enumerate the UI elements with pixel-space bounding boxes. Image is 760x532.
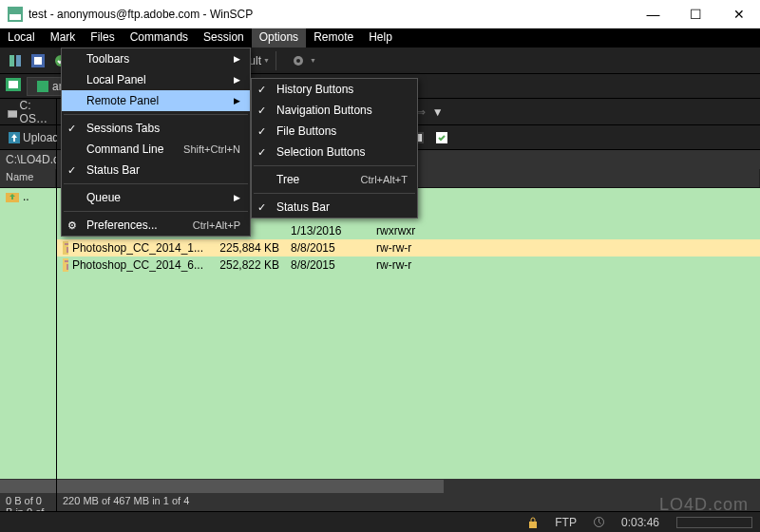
clock-icon	[594, 517, 604, 527]
svg-rect-14	[9, 111, 17, 117]
local-listing[interactable]: ..	[0, 188, 56, 479]
menu-item[interactable]: ✓Navigation Buttons	[252, 100, 417, 121]
col-rights[interactable]: Rights	[370, 169, 760, 187]
compare-icon[interactable]	[28, 51, 48, 70]
settings-icon[interactable]	[289, 51, 308, 70]
close-button[interactable]: ✕	[717, 0, 760, 28]
svg-rect-3	[16, 55, 21, 66]
progress-bar	[676, 517, 752, 528]
remote-panel-submenu: ✓History Buttons✓Navigation Buttons✓File…	[251, 78, 418, 218]
menu-remote[interactable]: Remote	[306, 28, 361, 48]
remote-footer: 220 MB of 467 MB in 1 of 4	[57, 494, 760, 511]
menu-item[interactable]: TreeCtrl+Alt+T	[252, 169, 417, 190]
upload-button[interactable]: Upload	[4, 128, 64, 147]
svg-point-9	[296, 59, 300, 63]
local-footer: 0 B of 0 B in 0 of 0	[0, 494, 56, 511]
select-icon[interactable]	[431, 128, 452, 147]
local-file-bar: Upload	[0, 125, 56, 150]
menu-commands[interactable]: Commands	[123, 28, 196, 48]
window-title: test - anonymous@ftp.adobe.com - WinSCP	[28, 8, 632, 21]
maximize-button[interactable]: ☐	[674, 0, 717, 28]
menu-item[interactable]: ✓Sessions Tabs	[62, 118, 250, 139]
list-item[interactable]: ..	[0, 188, 56, 205]
menu-local[interactable]: Local	[0, 28, 43, 48]
svg-rect-11	[9, 81, 18, 88]
local-path[interactable]: C:\LO4D.co…	[0, 150, 56, 169]
menu-files[interactable]: Files	[83, 28, 122, 48]
list-item[interactable]: Photoshop_CC_2014_1... 225,884 KB 8/8/20…	[57, 239, 760, 256]
menu-help[interactable]: Help	[361, 28, 400, 48]
title-bar: test - anonymous@ftp.adobe.com - WinSCP …	[0, 0, 760, 28]
chevron-down-icon[interactable]: ▼	[310, 57, 316, 64]
options-menu: Toolbars▶Local Panel▶Remote Panel▶✓Sessi…	[61, 48, 251, 237]
menu-item[interactable]: Command LineShift+Ctrl+N	[62, 139, 250, 160]
minimize-button[interactable]: —	[632, 0, 674, 28]
col-name[interactable]: Name	[0, 169, 56, 187]
local-drive-button[interactable]: C: OS…	[4, 103, 52, 122]
menu-item[interactable]: Local Panel▶	[62, 69, 250, 90]
local-nav-bar: C: OS…	[0, 99, 56, 125]
svg-rect-2	[10, 55, 14, 66]
svg-rect-50	[65, 260, 68, 262]
app-icon	[8, 7, 23, 22]
new-session-icon[interactable]	[6, 78, 21, 94]
menu-item[interactable]: ✓History Buttons	[252, 79, 417, 100]
svg-rect-47	[65, 243, 68, 245]
svg-rect-51	[66, 264, 68, 270]
sync-icon[interactable]	[6, 51, 25, 70]
menu-item[interactable]: ✓File Buttons	[252, 121, 417, 142]
menu-item[interactable]: ✓Selection Buttons	[252, 142, 417, 162]
chevron-down-icon[interactable]: ▼	[263, 57, 270, 64]
svg-rect-48	[66, 247, 68, 253]
lock-icon	[528, 517, 538, 528]
status-bar: FTP 0:03:46	[0, 511, 760, 532]
svg-rect-5	[34, 57, 42, 65]
local-headers: Name	[0, 169, 56, 188]
menu-item[interactable]: Toolbars▶	[62, 48, 250, 69]
menu-session[interactable]: Session	[196, 28, 252, 48]
menu-item[interactable]: ✓Status Bar	[252, 197, 417, 218]
svg-rect-1	[10, 14, 21, 20]
menu-bar: Local Mark Files Commands Session Option…	[0, 28, 760, 48]
list-item[interactable]: Photoshop_CC_2014_6... 252,822 KB 8/8/20…	[57, 256, 760, 274]
status-time: 0:03:46	[621, 516, 659, 529]
svg-rect-12	[37, 81, 48, 92]
svg-rect-52	[529, 522, 537, 528]
menu-options[interactable]: Options	[252, 28, 306, 48]
menu-item[interactable]: Queue▶	[62, 187, 250, 208]
menu-item[interactable]: ⚙Preferences...Ctrl+Alt+P	[62, 215, 250, 236]
menu-item[interactable]: Remote Panel▶	[62, 90, 250, 111]
menu-mark[interactable]: Mark	[43, 28, 84, 48]
menu-item[interactable]: ✓Status Bar	[62, 160, 250, 180]
status-proto: FTP	[555, 516, 577, 529]
